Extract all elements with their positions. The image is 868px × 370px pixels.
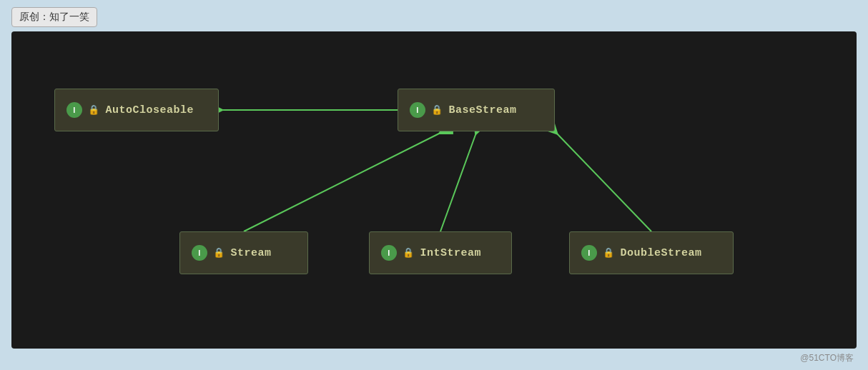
- autocloseable-box: I 🔒 AutoCloseable: [54, 89, 219, 131]
- doublestream-label: DoubleStream: [621, 247, 702, 259]
- basestream-lock-icon: 🔒: [431, 104, 443, 116]
- autocloseable-icon-badge: I: [66, 102, 82, 118]
- arrow-stream-basestream: [244, 133, 440, 231]
- autocloseable-label: AutoCloseable: [106, 104, 194, 116]
- doublestream-icon-badge: I: [581, 245, 597, 261]
- basestream-icon-badge: I: [410, 102, 425, 118]
- intstream-box: I 🔒 IntStream: [369, 231, 512, 274]
- doublestream-lock-icon: 🔒: [603, 247, 615, 259]
- doublestream-box: I 🔒 DoubleStream: [569, 231, 734, 274]
- watermark-bottom: @51CTO博客: [800, 352, 854, 364]
- intstream-icon-badge: I: [381, 245, 397, 261]
- stream-box: I 🔒 Stream: [179, 231, 308, 274]
- arrow-doublestream-basestream: [556, 133, 651, 231]
- stream-label: Stream: [231, 247, 272, 259]
- arrows-svg: [11, 31, 857, 349]
- stream-icon-badge: I: [192, 245, 207, 261]
- basestream-label: BaseStream: [449, 104, 517, 116]
- basestream-box: I 🔒 BaseStream: [398, 89, 555, 131]
- stream-lock-icon: 🔒: [213, 247, 225, 259]
- autocloseable-lock-icon: 🔒: [88, 104, 100, 116]
- main-canvas: I 🔒 AutoCloseable I 🔒 BaseStream I 🔒 Str…: [11, 31, 857, 349]
- intstream-label: IntStream: [420, 247, 482, 259]
- arrow-intstream-basestream: [440, 133, 476, 231]
- watermark-top: 原创：知了一笑: [11, 7, 97, 27]
- intstream-lock-icon: 🔒: [403, 247, 415, 259]
